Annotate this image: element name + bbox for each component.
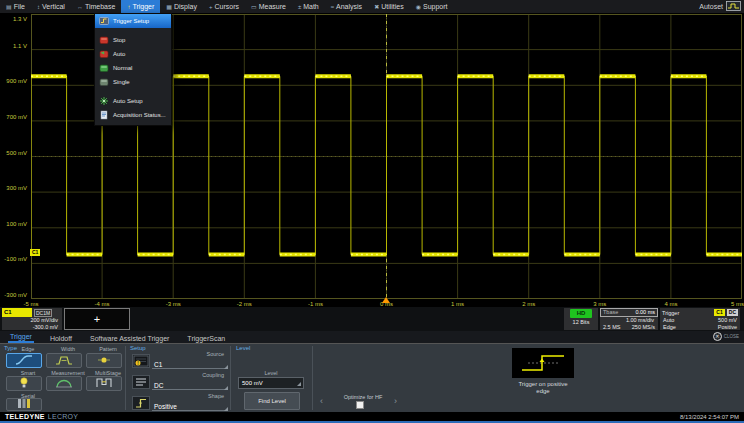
divider: [230, 346, 231, 410]
menubar-item-support[interactable]: ◉Support: [410, 0, 454, 13]
tab-trigger[interactable]: Trigger: [8, 332, 34, 343]
optimize-hf-label: Optimize for HF: [330, 394, 396, 400]
y-axis-label: 500 mV: [6, 150, 27, 156]
math-icon: ±: [298, 4, 301, 10]
dialog-tabbar: TriggerHoldoffSoftware Assisted TriggerT…: [0, 331, 744, 343]
dropdown-corner-icon: [224, 407, 228, 411]
oscilloscope-app: ▤File↕Vertical↔Timebase↑Trigger▦Display+…: [0, 0, 744, 423]
measure-icon: ▭: [251, 4, 257, 10]
menu-item-single[interactable]: Single: [95, 75, 171, 89]
hd-mode-descriptor[interactable]: HD 12 Bits: [564, 308, 598, 330]
menubar-item-file[interactable]: ▤File: [0, 0, 31, 13]
divider: [312, 346, 313, 410]
menubar-item-trigger[interactable]: ↑Trigger: [121, 0, 160, 13]
timebase-samples: 2.5 MS: [603, 324, 620, 331]
menu-item-acquisition-status[interactable]: Acquisition Status...: [95, 108, 171, 122]
analysis-icon: ≈: [331, 4, 334, 10]
stop-icon: [99, 35, 109, 46]
autoset-icon[interactable]: [726, 1, 741, 12]
type-button-edge[interactable]: [6, 353, 42, 368]
timebase-rate: 250 MS/s: [632, 324, 655, 331]
menu-item-auto[interactable]: Auto: [95, 47, 171, 61]
acquisition-status-icon: [99, 110, 109, 121]
y-axis-label: -100 mV: [4, 256, 27, 262]
width-icon: [53, 352, 75, 370]
menu-item-normal[interactable]: Normal: [95, 61, 171, 75]
scroll-right-icon[interactable]: ›: [394, 396, 397, 406]
level-input[interactable]: 500 mV: [238, 377, 304, 389]
menubar-right: Autoset: [699, 0, 744, 13]
find-level-button[interactable]: Find Level: [244, 392, 300, 410]
hd-bits: 12 Bits: [564, 319, 598, 325]
timebase-delay: 0.00 ms: [635, 309, 655, 316]
coupling-icon: [132, 375, 150, 389]
trigger-coupling-badge: DC: [727, 309, 738, 316]
setup-field-source[interactable]: !SourceC1: [130, 351, 230, 371]
positive-edge-diagram-icon: [512, 348, 574, 378]
trigger-dialog: Type EdgeWidthPatternSmartMeasurementMul…: [0, 343, 744, 412]
normal-icon: [99, 63, 109, 74]
close-icon: ✕: [713, 332, 722, 341]
trigger-source-badge: C1: [714, 309, 724, 316]
tab-holdoff[interactable]: Holdoff: [48, 334, 74, 343]
menubar-item-cursors[interactable]: +Cursors: [203, 0, 245, 13]
menubar-item-timebase[interactable]: ↔Timebase: [71, 0, 121, 13]
menubar-item-analysis[interactable]: ≈Analysis: [325, 0, 368, 13]
scroll-left-icon[interactable]: ‹: [320, 396, 323, 406]
menubar-item-measure[interactable]: ▭Measure: [245, 0, 292, 13]
menubar: ▤File↕Vertical↔Timebase↑Trigger▦Display+…: [0, 0, 744, 13]
auto-icon: [99, 49, 109, 60]
spinner-corner-icon: [297, 382, 301, 386]
cursors-icon: +: [209, 4, 213, 10]
y-axis-labels: 1.3 V1.1 V900 mV700 mV500 mV300 mV100 mV…: [0, 14, 29, 299]
channel-position-marker[interactable]: C1: [30, 249, 40, 256]
source-icon: !: [132, 354, 150, 368]
trigger-descriptor[interactable]: Trigger C1 DC Auto 500 mV Edge Positive: [660, 308, 740, 330]
type-button-measurement[interactable]: [46, 376, 82, 391]
type-button-multistage[interactable]: [86, 376, 122, 391]
channel-coupling-badge: DC1M: [34, 309, 52, 317]
dropdown-corner-icon: [224, 386, 228, 390]
y-axis-label: -300 mV: [4, 292, 27, 298]
vertical-icon: ↕: [37, 4, 40, 10]
shape-icon: [132, 396, 150, 410]
divider: [125, 346, 126, 410]
single-icon: [99, 77, 109, 88]
timebase-icon: ↔: [77, 4, 83, 10]
menu-item-stop[interactable]: Stop: [95, 33, 171, 47]
tab-software-assisted-trigger[interactable]: Software Assisted Trigger: [88, 334, 171, 343]
dialog-close-button[interactable]: ✕ CLOSE: [713, 332, 739, 341]
optimize-hf-checkbox[interactable]: [356, 401, 364, 409]
type-button-smart[interactable]: [6, 376, 42, 391]
statusbar: TELEDYNE LECROY 8/13/2024 2:54:07 PM: [0, 412, 744, 421]
level-section-title: Level: [236, 345, 250, 351]
channel-descriptor-c1[interactable]: C1 DC1M 200 mV/div -300.0 mV: [2, 308, 62, 330]
y-axis-label: 700 mV: [6, 114, 27, 120]
setup-field-shape[interactable]: ShapePositive: [130, 393, 230, 413]
menubar-item-utilities[interactable]: ✖Utilities: [368, 0, 410, 13]
menu-item-auto-setup[interactable]: Auto Setup: [95, 94, 171, 108]
hd-badge: HD: [570, 309, 592, 318]
menu-item-trigger-setup[interactable]: Trigger Setup: [95, 14, 171, 28]
trigger-label: Trigger: [662, 310, 679, 316]
add-channel-button[interactable]: +: [64, 308, 130, 330]
serial-icon: [13, 396, 35, 414]
multistage-icon: [93, 375, 115, 393]
timebase-descriptor[interactable]: Tbase 0.00 ms 1.00 ms/div 2.5 MS 250 MS/…: [600, 308, 658, 330]
level-field-label: Level: [238, 370, 304, 376]
y-axis-label: 1.3 V: [13, 16, 27, 22]
setup-field-coupling[interactable]: CouplingDC: [130, 372, 230, 392]
type-button-serial[interactable]: [6, 398, 42, 411]
auto-setup-icon: [99, 96, 109, 107]
menubar-item-math[interactable]: ±Math: [292, 0, 325, 13]
trigger-preview-caption: Trigger on positive edge: [505, 381, 581, 395]
autoset-button[interactable]: Autoset: [699, 3, 723, 10]
trigger-time-marker-icon[interactable]: [382, 297, 390, 303]
menubar-item-display[interactable]: ▦Display: [160, 0, 203, 13]
type-button-width[interactable]: [46, 353, 82, 368]
menubar-item-vertical[interactable]: ↕Vertical: [31, 0, 71, 13]
tab-triggerscan[interactable]: TriggerScan: [185, 334, 227, 343]
type-button-pattern[interactable]: [86, 353, 122, 368]
brand-logo-2: LECROY: [48, 413, 79, 420]
trigger-slope: Positive: [718, 324, 737, 331]
